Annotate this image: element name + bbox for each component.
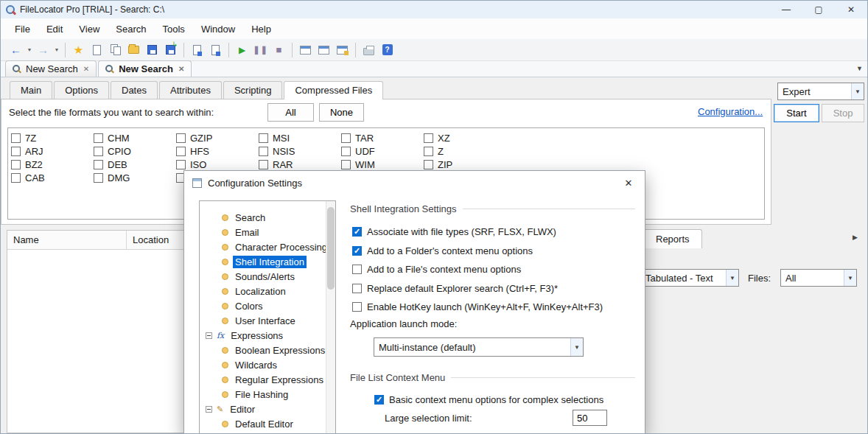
column-header-name[interactable]: Name	[7, 231, 127, 249]
checkbox[interactable]	[94, 173, 103, 183]
option-file-context-menu[interactable]: Add to a File's context menu options	[352, 262, 521, 276]
checkbox[interactable]	[11, 133, 21, 143]
large-selection-limit-input[interactable]	[573, 410, 607, 426]
checkbox[interactable]	[259, 133, 268, 143]
forward-dropdown-icon[interactable]: ▼	[52, 41, 61, 59]
tab-options[interactable]: Options	[54, 81, 109, 99]
save-criteria-icon[interactable]	[206, 41, 225, 59]
format-option[interactable]: XZ	[424, 131, 452, 144]
collapse-icon[interactable]	[206, 332, 212, 339]
tree-item-boolean-expressions[interactable]: Boolean Expressions	[200, 343, 327, 357]
checkbox[interactable]	[11, 147, 21, 156]
search-tab-2[interactable]: New Search ✕	[98, 60, 192, 77]
report-view-icon[interactable]	[315, 41, 333, 59]
checkbox[interactable]	[352, 246, 362, 256]
close-icon[interactable]: ✕	[618, 175, 639, 191]
close-icon[interactable]: ✕	[835, 1, 867, 18]
option-folder-context-menu[interactable]: Add to a Folder's context menu options	[352, 244, 533, 257]
tree-item-external-editor[interactable]: External Editor	[200, 431, 327, 434]
tree-item-expressions[interactable]: Expressions	[200, 328, 327, 343]
stop-search-icon[interactable]: ■	[270, 41, 288, 59]
tree-item-file-hashing[interactable]: File Hashing	[200, 387, 327, 402]
format-option[interactable]: BZ2	[11, 158, 45, 171]
option-hotkey-launch[interactable]: Enable HotKey launch (WinKey+Alt+F, WinK…	[352, 300, 603, 313]
tree-item-character-processing[interactable]: Character Processing	[200, 239, 327, 254]
start-button[interactable]: Start	[774, 104, 819, 122]
format-option[interactable]: CHM	[94, 131, 131, 144]
chevron-down-icon[interactable]: ▼	[851, 83, 864, 99]
format-option[interactable]: GZIP	[176, 131, 212, 144]
format-option[interactable]: ARJ	[11, 144, 45, 158]
expert-mode-select[interactable]: Expert ▼	[777, 83, 864, 100]
format-option[interactable]: WIM	[341, 158, 375, 171]
format-option[interactable]: CAB	[11, 171, 45, 184]
print-icon[interactable]	[360, 41, 378, 59]
stop-button[interactable]: Stop	[822, 104, 864, 122]
help-icon[interactable]	[378, 41, 396, 59]
menu-tools[interactable]: Tools	[155, 21, 193, 38]
menu-view[interactable]: View	[71, 21, 108, 38]
tree-item-shell-integration[interactable]: Shell Integration	[200, 254, 327, 269]
tree-item-search[interactable]: Search	[200, 210, 327, 225]
tree-item-user-interface[interactable]: User Interface	[200, 313, 327, 328]
new-document-icon[interactable]	[88, 41, 106, 59]
close-tab-icon[interactable]: ✕	[83, 65, 89, 73]
pause-search-icon[interactable]: ❚❚	[251, 41, 270, 59]
open-folder-icon[interactable]	[125, 41, 143, 59]
checkbox[interactable]	[259, 160, 268, 169]
format-option[interactable]: DEB	[94, 158, 131, 171]
report-format-select[interactable]: Tabulated - Text ▼	[640, 269, 739, 287]
forward-icon[interactable]: →	[34, 41, 52, 59]
format-option[interactable]: RAR	[259, 158, 295, 171]
tab-list-dropdown-icon[interactable]: ▼	[856, 65, 863, 72]
checkbox[interactable]	[11, 160, 21, 169]
checkbox[interactable]	[11, 173, 21, 183]
checkbox[interactable]	[341, 147, 351, 156]
copy-icon[interactable]	[106, 41, 125, 59]
configuration-link[interactable]: Configuration...	[698, 106, 763, 117]
collapse-icon[interactable]	[206, 406, 212, 413]
tree-item-colors[interactable]: Colors	[200, 298, 327, 313]
tree-item-default-editor[interactable]: Default Editor	[200, 416, 327, 431]
back-icon[interactable]: ←	[7, 41, 25, 59]
format-option[interactable]: UDF	[341, 144, 375, 158]
checkbox[interactable]	[352, 284, 362, 293]
format-option[interactable]: MSI	[259, 131, 295, 144]
option-replace-explorer-search[interactable]: Replace default Explorer search (Ctrl+F,…	[352, 281, 558, 295]
format-option[interactable]: 7Z	[11, 131, 45, 144]
format-option[interactable]: Z	[424, 144, 452, 158]
favorites-icon[interactable]: ★	[69, 41, 88, 59]
close-tab-icon[interactable]: ✕	[178, 65, 184, 73]
checkbox[interactable]	[341, 133, 351, 143]
option-basic-context-menu[interactable]: Basic context menu options for complex s…	[374, 393, 603, 406]
tree-item-email[interactable]: Email	[200, 225, 327, 239]
scrollbar-thumb[interactable]	[327, 207, 335, 290]
checkbox[interactable]	[374, 395, 384, 405]
tab-scroll-right-icon[interactable]: ▶	[853, 234, 858, 241]
chevron-down-icon[interactable]: ▼	[570, 338, 583, 356]
tab-main[interactable]: Main	[10, 81, 52, 99]
tab-reports[interactable]: Reports	[643, 229, 702, 248]
checkbox[interactable]	[176, 147, 186, 156]
checkbox[interactable]	[176, 160, 186, 169]
minimize-icon[interactable]: —	[770, 1, 802, 18]
start-search-icon[interactable]: ▶	[233, 41, 251, 59]
tab-attributes[interactable]: Attributes	[159, 81, 222, 99]
none-button[interactable]: None	[319, 103, 364, 122]
format-option[interactable]: ZIP	[424, 158, 452, 171]
back-dropdown-icon[interactable]: ▼	[25, 41, 34, 59]
format-option[interactable]: ISO	[176, 158, 212, 171]
tree-scrollbar[interactable]	[326, 201, 335, 434]
format-option[interactable]: DMG	[94, 171, 131, 184]
checkbox[interactable]	[424, 133, 433, 143]
format-option[interactable]: NSIS	[259, 144, 295, 158]
files-select[interactable]: All ▼	[780, 269, 857, 287]
menu-file[interactable]: File	[7, 21, 38, 38]
checkbox[interactable]	[94, 147, 103, 156]
results-view-icon[interactable]	[296, 41, 315, 59]
search-tab-1[interactable]: New Search ✕	[5, 60, 97, 77]
launch-mode-select[interactable]: Multi-instance (default) ▼	[374, 337, 584, 357]
all-button[interactable]: All	[267, 103, 314, 122]
tree-item-localization[interactable]: Localization	[200, 284, 327, 298]
checkbox[interactable]	[176, 133, 186, 143]
